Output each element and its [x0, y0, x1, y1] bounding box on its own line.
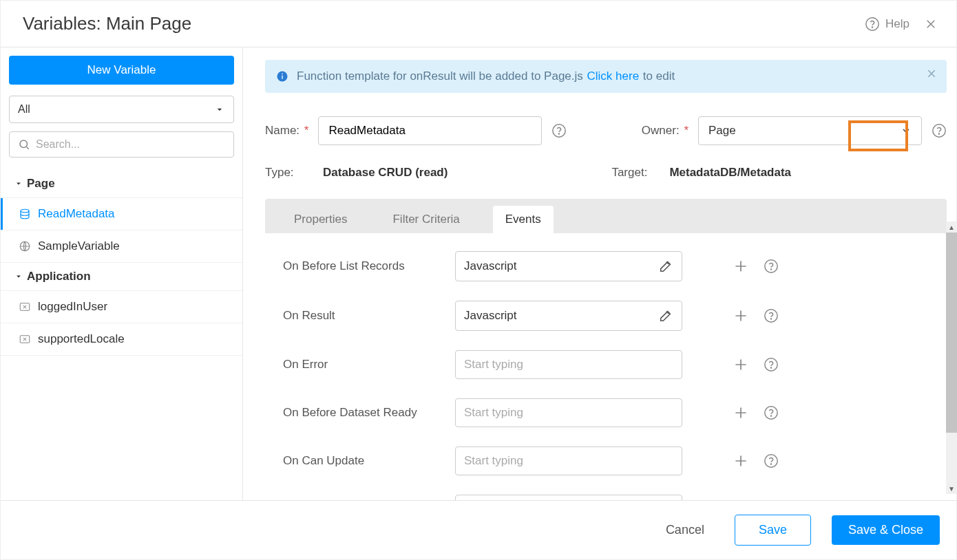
owner-label: Owner: *	[642, 124, 688, 138]
svg-point-18	[765, 358, 777, 371]
event-input[interactable]	[455, 350, 682, 379]
svg-point-2	[20, 140, 28, 148]
svg-point-14	[765, 260, 777, 272]
alert-click-here-link[interactable]: Click here	[587, 68, 640, 84]
name-field: Name: *	[265, 116, 567, 145]
type-field: Type: Database CRUD (read)	[265, 166, 448, 180]
plus-icon[interactable]	[732, 257, 750, 275]
plus-icon[interactable]	[732, 356, 750, 374]
help-icon[interactable]	[764, 308, 779, 323]
event-input-field[interactable]	[464, 259, 658, 273]
sidebar-item-supportedlocale[interactable]: supportedLocale	[1, 323, 242, 356]
owner-value: Page	[708, 124, 736, 138]
name-input[interactable]	[318, 116, 542, 145]
event-input-field[interactable]	[464, 309, 658, 323]
sidebar-item-readmetadata[interactable]: ReadMetadata	[1, 197, 242, 230]
close-button[interactable]	[922, 15, 940, 33]
event-input[interactable]	[455, 495, 682, 500]
search-icon	[18, 138, 30, 151]
event-input-field[interactable]	[464, 406, 673, 420]
info-icon	[276, 70, 288, 83]
modal-title: Variables: Main Page	[23, 13, 191, 34]
target-label: Target:	[611, 166, 653, 180]
group-label: Application	[27, 270, 91, 283]
scroll-up-arrow[interactable]: ▲	[946, 222, 957, 233]
tree-item-label: ReadMetadata	[38, 207, 115, 221]
plus-icon[interactable]	[732, 307, 750, 325]
modal-header: Variables: Main Page Help	[1, 1, 956, 47]
main-panel: Function template for onResult will be a…	[243, 47, 956, 500]
target-field: Target: MetadataDB/Metadata	[611, 166, 791, 180]
chevron-down-icon	[214, 104, 225, 115]
save-close-button[interactable]: Save & Close	[832, 515, 940, 545]
event-row: On Success	[265, 495, 947, 500]
scrollbar[interactable]	[946, 233, 957, 483]
globe-icon	[19, 240, 31, 252]
event-input[interactable]	[455, 398, 682, 427]
database-icon	[19, 208, 31, 220]
help-icon[interactable]	[764, 357, 779, 372]
group-header-page[interactable]: Page	[1, 170, 242, 197]
svg-point-21	[770, 416, 771, 416]
info-alert: Function template for onResult will be a…	[265, 60, 947, 93]
event-row: On Result	[265, 301, 947, 350]
tree-item-label: supportedLocale	[38, 332, 125, 346]
event-input[interactable]	[455, 301, 682, 331]
tab-properties[interactable]: Properties	[282, 206, 359, 233]
alert-close-button[interactable]	[926, 68, 937, 79]
highlight-box	[848, 120, 909, 151]
svg-point-0	[866, 17, 879, 30]
modal-footer: Cancel Save Save & Close	[1, 500, 956, 559]
help-button[interactable]: Help	[865, 17, 909, 32]
svg-point-12	[933, 125, 945, 137]
filter-select[interactable]: All	[9, 96, 234, 123]
form-row-name-owner: Name: * Owner: * Page	[265, 116, 947, 145]
help-icon[interactable]	[764, 453, 779, 469]
variable-icon	[19, 333, 31, 345]
event-row-actions	[732, 257, 779, 275]
save-button[interactable]: Save	[735, 515, 811, 546]
search-box[interactable]	[9, 131, 234, 158]
cancel-button[interactable]: Cancel	[656, 516, 714, 544]
tab-events[interactable]: Events	[493, 206, 554, 233]
help-icon[interactable]	[764, 259, 779, 274]
tab-filter-criteria[interactable]: Filter Criteria	[380, 206, 472, 233]
help-icon[interactable]	[764, 405, 779, 420]
group-label: Page	[27, 177, 55, 191]
caret-down-icon	[14, 180, 23, 188]
sidebar-item-loggedinuser[interactable]: loggedInUser	[1, 290, 242, 323]
tabs-section: Properties Filter Criteria Events On Bef…	[265, 199, 947, 500]
scrollbar-thumb[interactable]	[946, 233, 957, 433]
svg-point-16	[765, 310, 777, 322]
close-icon	[926, 68, 937, 79]
help-icon[interactable]	[932, 123, 947, 138]
help-icon[interactable]	[551, 123, 567, 138]
search-input[interactable]	[36, 138, 225, 151]
new-variable-button[interactable]: New Variable	[9, 56, 234, 85]
sidebar-group-page: Page ReadMetadata SampleVariable	[1, 170, 242, 263]
event-row-actions	[732, 307, 779, 325]
event-input[interactable]	[455, 446, 682, 475]
event-label: On Before List Records	[283, 259, 428, 273]
alert-text: Function template for onResult will be a…	[297, 69, 675, 83]
name-label: Name: *	[265, 124, 308, 138]
target-value: MetadataDB/Metadata	[669, 166, 791, 180]
event-input-field[interactable]	[464, 358, 673, 371]
type-label: Type:	[265, 166, 306, 180]
header-actions: Help	[865, 15, 940, 33]
svg-point-19	[770, 367, 771, 368]
edit-icon[interactable]	[658, 308, 673, 323]
svg-point-20	[765, 407, 777, 419]
variable-icon	[19, 301, 31, 313]
group-header-application[interactable]: Application	[1, 263, 242, 290]
plus-icon[interactable]	[732, 404, 750, 422]
plus-icon[interactable]	[732, 452, 750, 470]
sidebar-item-samplevariable[interactable]: SampleVariable	[1, 230, 242, 263]
alert-text-before: Function template for onResult will be a…	[297, 69, 587, 83]
scroll-down-arrow[interactable]: ▼	[946, 483, 957, 494]
event-input[interactable]	[455, 251, 682, 281]
edit-icon[interactable]	[658, 259, 673, 274]
event-input-field[interactable]	[464, 454, 673, 468]
alert-text-after: to edit	[640, 69, 675, 83]
tree-item-label: SampleVariable	[38, 239, 120, 253]
